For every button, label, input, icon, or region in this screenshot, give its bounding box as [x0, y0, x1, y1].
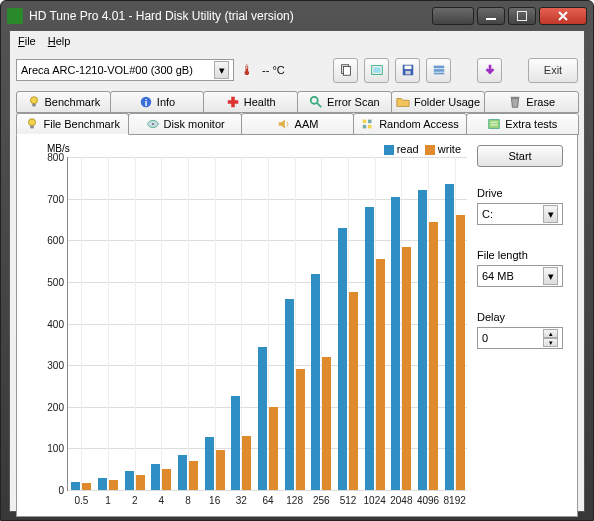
minimize-button[interactable] [477, 7, 505, 25]
tab-extra-tests[interactable]: Extra tests [466, 113, 579, 135]
bar-read [98, 478, 107, 490]
tab-error-scan[interactable]: Error Scan [297, 91, 392, 113]
svg-line-17 [317, 103, 321, 107]
bar-write [429, 222, 438, 490]
menu-file[interactable]: File [18, 35, 36, 47]
svg-rect-1 [343, 67, 350, 76]
prev-next-button[interactable] [432, 7, 474, 25]
bar-read [258, 347, 267, 490]
health-icon [226, 95, 240, 109]
drive-label: Drive [477, 187, 569, 199]
exit-button[interactable]: Exit [528, 58, 578, 83]
svg-point-10 [30, 97, 37, 104]
bar-write [189, 461, 198, 490]
tab-erase[interactable]: Erase [484, 91, 579, 113]
bar-write [136, 475, 145, 490]
drive-select[interactable]: C: ▾ [477, 203, 563, 225]
svg-rect-15 [231, 97, 235, 108]
bar-read [205, 437, 214, 490]
screenshot-button[interactable] [364, 58, 389, 83]
bar-write [216, 450, 225, 490]
start-button[interactable]: Start [477, 145, 563, 167]
chevron-down-icon: ▾ [214, 61, 229, 79]
svg-rect-25 [363, 125, 367, 129]
bar-read [418, 190, 427, 490]
bar-read [338, 228, 347, 490]
bar-read [285, 299, 294, 490]
chart-plot: 01002003004005006007008000.5124816326412… [67, 157, 467, 491]
bar-read [125, 471, 134, 490]
bar-write [242, 436, 251, 490]
bar-read [311, 274, 320, 490]
copy-button[interactable] [333, 58, 358, 83]
bulb-icon [27, 95, 41, 109]
thermometer-icon: 🌡 [240, 62, 254, 78]
bar-write [456, 215, 465, 490]
svg-rect-5 [404, 66, 411, 70]
svg-point-16 [311, 97, 318, 104]
tab-disk-monitor[interactable]: Disk monitor [128, 113, 241, 135]
refresh-button[interactable] [477, 58, 502, 83]
folder-icon [396, 95, 410, 109]
extra-icon [487, 117, 501, 131]
temperature-value: -- °C [262, 64, 285, 76]
tab-info[interactable]: iInfo [110, 91, 205, 113]
bar-write [269, 407, 278, 490]
svg-text:i: i [144, 97, 147, 108]
bar-read [445, 184, 454, 490]
svg-rect-23 [363, 120, 367, 124]
chevron-down-icon: ▾ [543, 267, 558, 285]
tab-health[interactable]: Health [203, 91, 298, 113]
svg-rect-24 [368, 120, 372, 124]
bar-write [82, 483, 91, 490]
chart-legend: read write [384, 143, 461, 155]
bar-read [178, 455, 187, 490]
bar-write [349, 292, 358, 490]
bar-write [109, 480, 118, 490]
bar-read [365, 207, 374, 490]
svg-rect-26 [368, 125, 372, 129]
tab-benchmark[interactable]: Benchmark [16, 91, 111, 113]
drive-dropdown-label: Areca ARC-1210-VOL#00 (300 gB) [21, 64, 193, 76]
filelength-select[interactable]: 64 MB ▾ [477, 265, 563, 287]
chevron-down-icon: ▾ [543, 205, 558, 223]
svg-rect-18 [511, 97, 520, 99]
bar-write [296, 369, 305, 490]
bar-write [402, 247, 411, 491]
settings-button[interactable] [426, 58, 451, 83]
search-icon [309, 95, 323, 109]
bar-read [151, 464, 160, 490]
app-icon [7, 8, 23, 24]
tab-aam[interactable]: AAM [241, 113, 354, 135]
speaker-icon [277, 117, 291, 131]
svg-rect-8 [433, 69, 444, 72]
close-button[interactable] [539, 7, 587, 25]
info-icon: i [139, 95, 153, 109]
spin-up[interactable]: ▴ [543, 329, 558, 338]
bar-read [391, 197, 400, 490]
tab-file-benchmark[interactable]: File Benchmark [16, 113, 129, 135]
drive-dropdown[interactable]: Areca ARC-1210-VOL#00 (300 gB) ▾ [16, 59, 234, 81]
svg-rect-9 [433, 73, 444, 75]
bulb-icon [25, 117, 39, 131]
bar-write [322, 357, 331, 490]
delay-stepper[interactable]: 0 ▴▾ [477, 327, 563, 349]
svg-point-19 [29, 119, 36, 126]
bar-write [376, 259, 385, 490]
bar-read [71, 482, 80, 490]
random-icon [361, 117, 375, 131]
tab-random-access[interactable]: Random Access [353, 113, 466, 135]
window-title: HD Tune Pro 4.01 - Hard Disk Utility (tr… [29, 9, 432, 23]
svg-rect-3 [373, 67, 380, 72]
trash-icon [508, 95, 522, 109]
disk-icon [146, 117, 160, 131]
svg-rect-6 [405, 71, 410, 75]
svg-rect-27 [489, 120, 500, 129]
spin-down[interactable]: ▾ [543, 338, 558, 347]
menu-help[interactable]: Help [48, 35, 71, 47]
save-button[interactable] [395, 58, 420, 83]
tab-folder-usage[interactable]: Folder Usage [391, 91, 486, 113]
maximize-button[interactable] [508, 7, 536, 25]
svg-point-22 [152, 123, 154, 125]
bar-read [231, 396, 240, 490]
